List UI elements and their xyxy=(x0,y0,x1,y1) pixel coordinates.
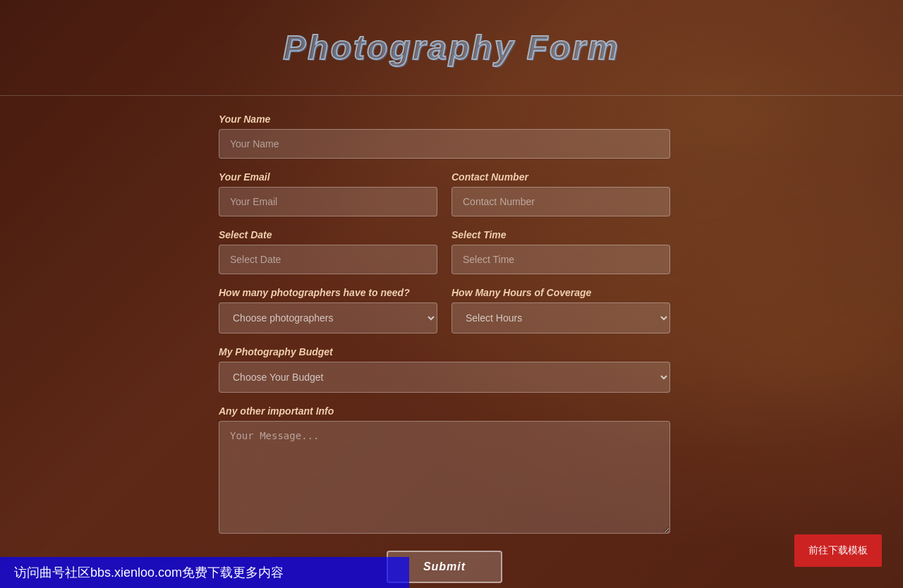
budget-group: My Photography Budget Choose Your Budget… xyxy=(219,346,670,393)
photographers-label: How many photographers have to need? xyxy=(219,287,437,298)
page-title-section: Photography Form xyxy=(0,21,903,74)
watermark-bar: 访问曲号社区bbs.xienloo.com免费下载更多内容 xyxy=(0,557,409,588)
main-content: Photography Form Your Name Your Email Co… xyxy=(0,0,903,588)
download-button[interactable]: 前往下载模板 xyxy=(794,534,882,567)
photographers-hours-row: How many photographers have to need? Cho… xyxy=(219,287,670,333)
form-container: Your Name Your Email Contact Number Sele… xyxy=(205,114,684,583)
time-input[interactable] xyxy=(452,245,670,274)
watermark-text: 访问曲号社区bbs.xienloo.com免费下载更多内容 xyxy=(14,565,284,580)
name-input[interactable] xyxy=(219,129,670,159)
message-label: Any other important Info xyxy=(219,405,670,417)
hours-col: How Many Hours of Coverage Select Hours … xyxy=(452,287,670,333)
message-textarea[interactable] xyxy=(219,421,670,534)
budget-label: My Photography Budget xyxy=(219,346,670,357)
contact-col: Contact Number xyxy=(452,171,670,216)
photographers-col: How many photographers have to need? Cho… xyxy=(219,287,437,333)
name-group: Your Name xyxy=(219,114,670,159)
date-col: Select Date xyxy=(219,229,437,274)
message-group: Any other important Info xyxy=(219,405,670,537)
page-title: Photography Form xyxy=(0,28,903,67)
name-label: Your Name xyxy=(219,114,670,125)
time-col: Select Time xyxy=(452,229,670,274)
photographers-select[interactable]: Choose photographers 1 Photographer 2 Ph… xyxy=(219,302,437,333)
title-divider xyxy=(0,95,903,96)
budget-select[interactable]: Choose Your Budget $500 - $1000 $1000 - … xyxy=(219,362,670,393)
contact-input[interactable] xyxy=(452,187,670,216)
contact-label: Contact Number xyxy=(452,171,670,183)
email-input[interactable] xyxy=(219,187,437,216)
hours-select[interactable]: Select Hours 1 Hour 2 Hours 3 Hours 4 Ho… xyxy=(452,302,670,333)
email-col: Your Email xyxy=(219,171,437,216)
email-label: Your Email xyxy=(219,171,437,183)
hours-label: How Many Hours of Coverage xyxy=(452,287,670,298)
email-contact-row: Your Email Contact Number xyxy=(219,171,670,216)
date-label: Select Date xyxy=(219,229,437,240)
time-label: Select Time xyxy=(452,229,670,240)
date-input[interactable] xyxy=(219,245,437,274)
date-time-row: Select Date Select Time xyxy=(219,229,670,274)
